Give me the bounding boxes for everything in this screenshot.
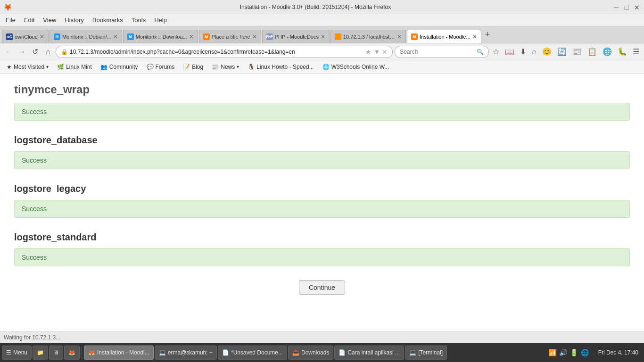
- tab-label-pma: 10.72.1.3 / localhost ...: [343, 34, 395, 40]
- menu-view[interactable]: View: [39, 16, 60, 25]
- w3schools-icon: 🌐: [322, 64, 330, 70]
- browser-content: tinymce_wrap Success logstore_database S…: [0, 74, 644, 331]
- menu-history[interactable]: History: [61, 16, 87, 25]
- tab-monitorix2[interactable]: M Monitorix :: Downloa... ✕: [123, 30, 198, 43]
- tab-label-installation: Installation - Moodle...: [420, 34, 471, 40]
- tab-place-title[interactable]: M Place a title here ✕: [199, 30, 261, 43]
- news-arrow: ▾: [237, 64, 239, 69]
- tab-owncloud[interactable]: oC ownCloud ✕: [2, 30, 49, 43]
- bookmark-icon[interactable]: ☆: [491, 46, 501, 57]
- url-bar[interactable]: 🔒 10.72.1.3/moodle/admin/index.php?cache…: [56, 46, 393, 58]
- bookmark-community-label: Community: [109, 64, 138, 70]
- bookmark-blog[interactable]: 📝 Blog: [179, 63, 207, 71]
- url-clear-icon[interactable]: ✕: [382, 48, 388, 56]
- search-bar[interactable]: 🔍: [395, 46, 489, 58]
- language-icon[interactable]: 🌐: [601, 46, 614, 57]
- tinymce-success-text: Success: [22, 108, 47, 115]
- logstore-database-success-box: Success: [14, 151, 630, 169]
- firebug-icon[interactable]: 🐛: [616, 46, 629, 57]
- bookmark-news-label: News: [221, 64, 235, 70]
- tab-favicon-place: M: [203, 33, 210, 40]
- bookmark-forums-label: Forums: [156, 64, 175, 70]
- lock-icon: 🔒: [61, 49, 68, 55]
- bookmark-star-icon[interactable]: ★: [365, 48, 372, 56]
- news-icon: 📰: [212, 64, 219, 70]
- bookmark-blog-label: Blog: [192, 64, 203, 70]
- tab-php[interactable]: PHP PHP - MoodleDocs ✕: [262, 30, 330, 43]
- close-button[interactable]: ✕: [634, 4, 640, 10]
- logstore-standard-success-box: Success: [14, 248, 630, 266]
- customize-icon[interactable]: 📋: [586, 46, 599, 57]
- bookmark-most-visited[interactable]: ★ Most Visited ▾: [3, 63, 52, 71]
- pocket-icon[interactable]: 📰: [570, 46, 584, 57]
- titlebar-title: Installation - Moodle 3.0+ (Build: 20151…: [18, 4, 613, 10]
- tab-close-monitorix1[interactable]: ✕: [113, 33, 118, 40]
- tab-close-place[interactable]: ✕: [252, 33, 257, 40]
- bookmarks-bar: ★ Most Visited ▾ 🌿 Linux Mint 👥 Communit…: [0, 60, 644, 74]
- logstore-database-success-text: Success: [22, 156, 47, 164]
- menubar: File Edit View History Bookmarks Tools H…: [0, 14, 644, 26]
- url-dropdown-icon[interactable]: ▼: [373, 48, 380, 56]
- bookmark-linux-howto[interactable]: 🐧 Linux Howto - Speed...: [244, 63, 317, 71]
- blog-icon: 📝: [183, 64, 190, 70]
- addressbar: ← → ↺ ⌂ 🔒 10.72.1.3/moodle/admin/index.p…: [0, 43, 644, 60]
- tab-label-place: Place a title here: [212, 34, 250, 40]
- most-visited-icon: ★: [7, 64, 12, 70]
- home-toolbar-icon[interactable]: ⌂: [530, 47, 538, 57]
- tabbar: oC ownCloud ✕ M Monitorix :: Debian/... …: [0, 26, 644, 43]
- bookmark-linux-howto-label: Linux Howto - Speed...: [256, 64, 314, 70]
- tinymce-wrap-header: tinymce_wrap: [14, 83, 630, 96]
- titlebar-controls[interactable]: ─ □ ✕: [613, 4, 640, 10]
- minimize-button[interactable]: ─: [613, 4, 619, 10]
- menu-icon[interactable]: ☰: [631, 46, 641, 57]
- forward-button[interactable]: →: [16, 46, 27, 58]
- tab-close-monitorix2[interactable]: ✕: [189, 33, 194, 40]
- menu-edit[interactable]: Edit: [20, 16, 38, 25]
- tab-close-php[interactable]: ✕: [321, 33, 325, 40]
- community-icon: 👥: [100, 64, 107, 70]
- download-icon[interactable]: ⬇: [518, 46, 528, 57]
- bookmark-linux-mint[interactable]: 🌿 Linux Mint: [53, 63, 96, 71]
- reload-button[interactable]: ↺: [29, 46, 41, 58]
- linux-mint-icon: 🌿: [57, 64, 64, 70]
- sync-icon[interactable]: 🔄: [555, 46, 569, 57]
- reader-icon[interactable]: 📖: [503, 46, 516, 57]
- search-input[interactable]: [400, 49, 475, 55]
- maximize-button[interactable]: □: [623, 4, 630, 10]
- tab-close-owncloud[interactable]: ✕: [40, 33, 44, 40]
- menu-tools[interactable]: Tools: [128, 16, 149, 25]
- tab-close-pma[interactable]: ✕: [397, 33, 402, 40]
- logstore-legacy-title: logstore_legacy: [14, 183, 630, 194]
- tab-monitorix1[interactable]: M Monitorix :: Debian/... ✕: [50, 30, 122, 43]
- logstore-standard-success-text: Success: [22, 254, 47, 261]
- tab-label-owncloud: ownCloud: [15, 34, 38, 40]
- bookmark-news[interactable]: 📰 News ▾: [208, 63, 243, 71]
- back-button[interactable]: ←: [3, 46, 14, 58]
- logstore-database-title: logstore_database: [14, 135, 630, 146]
- menu-file[interactable]: File: [2, 16, 19, 25]
- tab-pma[interactable]: 10.72.1.3 / localhost ... ✕: [330, 30, 406, 43]
- menu-bookmarks[interactable]: Bookmarks: [89, 16, 127, 25]
- continue-button[interactable]: Continue: [299, 280, 345, 295]
- tab-label-monitorix2: Monitorix :: Downloa...: [136, 34, 187, 40]
- logstore-database-section: logstore_database Success: [14, 135, 630, 169]
- menu-help[interactable]: Help: [150, 16, 171, 25]
- tinymce-wrap-section: Success: [14, 103, 630, 121]
- tab-installation[interactable]: M Installation - Moodle... ✕: [407, 30, 481, 43]
- emoji-icon[interactable]: 😊: [540, 46, 553, 57]
- tab-close-installation[interactable]: ✕: [472, 33, 477, 40]
- tab-favicon-monitorix1: M: [54, 33, 60, 40]
- bookmark-most-visited-label: Most Visited: [14, 64, 44, 70]
- bookmark-w3schools-label: W3Schools Online W...: [331, 64, 389, 70]
- tab-favicon-installation: M: [411, 33, 418, 40]
- bookmark-forums[interactable]: 💬 Forums: [143, 63, 179, 71]
- tinymce-success-box: Success: [14, 103, 630, 121]
- bookmark-community[interactable]: 👥 Community: [97, 63, 142, 71]
- home-button[interactable]: ⌂: [42, 46, 54, 58]
- titlebar: 🦊 Installation - Moodle 3.0+ (Build: 201…: [0, 0, 644, 14]
- logstore-standard-title: logstore_standard: [14, 232, 630, 243]
- new-tab-button[interactable]: +: [482, 30, 493, 40]
- toolbar-icons: ☆ 📖 ⬇ ⌂ 😊 🔄 📰 📋 🌐 🐛 ☰: [491, 46, 641, 57]
- bookmark-w3schools[interactable]: 🌐 W3Schools Online W...: [319, 63, 393, 71]
- most-visited-arrow: ▾: [46, 64, 49, 69]
